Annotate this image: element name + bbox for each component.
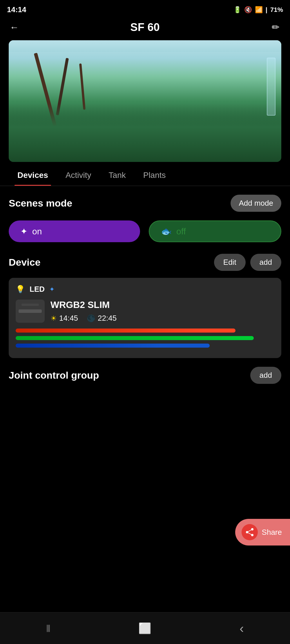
battery-icon: 🔋 — [233, 6, 241, 14]
status-time: 14:14 — [7, 5, 26, 14]
green-slider-track[interactable] — [16, 336, 254, 340]
content-area: Scenes mode Add mode ✦ on 🐟 off Device E… — [0, 186, 290, 401]
scene-off-label: off — [176, 227, 186, 236]
water-surface — [9, 40, 281, 52]
joint-control-title: Joint control group — [9, 370, 99, 381]
top-nav: ← SF 60 ✏ — [0, 17, 290, 40]
bottom-nav: ⦀ ⬜ ‹ — [0, 612, 290, 644]
red-slider-track[interactable] — [16, 329, 235, 333]
back-nav-icon: ‹ — [240, 621, 244, 636]
scene-buttons-row: ✦ on 🐟 off — [9, 220, 281, 242]
scene-off-icon: 🐟 — [161, 226, 172, 236]
tab-devices[interactable]: Devices — [9, 165, 57, 186]
device-thumb-inner — [19, 309, 42, 313]
device-section-title: Device — [9, 257, 41, 268]
share-icon — [242, 524, 258, 540]
sunset-icon: 🌑 — [87, 314, 95, 322]
driftwood-3 — [79, 63, 86, 110]
sunrise-icon: ☀ — [50, 314, 57, 322]
red-slider-row — [16, 329, 274, 333]
device-action-buttons: Edit add — [214, 254, 281, 271]
svg-line-3 — [247, 529, 252, 532]
blue-slider-row — [16, 344, 274, 348]
signal-icon: | — [266, 6, 267, 14]
equipment — [267, 58, 276, 116]
sunrise-time: ☀ 14:45 — [50, 314, 78, 323]
add-device-button[interactable]: add — [250, 254, 281, 271]
wifi-icon: 📶 — [255, 6, 263, 14]
bulb-icon: 💡 — [16, 285, 25, 294]
status-icons: 🔋 🔇 📶 | 71% — [233, 6, 283, 14]
device-thumbnail — [16, 300, 45, 323]
share-fab[interactable]: Share — [235, 519, 290, 546]
add-mode-button[interactable]: Add mode — [231, 195, 281, 212]
green-slider-row — [16, 336, 274, 340]
bluetooth-icon: ✦ — [49, 286, 55, 293]
tab-plants[interactable]: Plants — [135, 165, 175, 186]
scene-on-icon: ✦ — [20, 226, 28, 236]
nav-home[interactable]: ⬜ — [133, 620, 157, 637]
device-details: WRGB2 SLIM ☀ 14:45 🌑 22:45 — [50, 300, 274, 323]
aquarium-image — [9, 40, 281, 162]
back-button[interactable]: ← — [7, 20, 21, 34]
home-icon: ⬜ — [138, 622, 151, 634]
scene-on-label: on — [32, 227, 42, 236]
tab-activity[interactable]: Activity — [57, 165, 100, 186]
device-card: 💡 LED ✦ WRGB2 SLIM ☀ 14:45 🌑 22:45 — [9, 278, 281, 358]
nav-recents[interactable]: ⦀ — [37, 620, 60, 637]
recents-icon: ⦀ — [46, 622, 50, 634]
device-name: WRGB2 SLIM — [50, 300, 274, 310]
sunrise-time-value: 14:45 — [59, 314, 78, 323]
device-card-header: 💡 LED ✦ — [16, 285, 274, 294]
edit-button[interactable]: ✏ — [269, 20, 283, 34]
edit-device-button[interactable]: Edit — [214, 254, 246, 271]
status-bar: 14:14 🔋 🔇 📶 | 71% — [0, 0, 290, 17]
scenes-mode-title: Scenes mode — [9, 198, 72, 209]
add-joint-button[interactable]: add — [250, 367, 281, 384]
scenes-mode-header: Scenes mode Add mode — [9, 195, 281, 212]
sunset-time: 🌑 22:45 — [87, 314, 117, 323]
scene-on-button[interactable]: ✦ on — [9, 220, 140, 242]
device-times: ☀ 14:45 🌑 22:45 — [50, 314, 274, 323]
plant-layer — [9, 104, 281, 162]
tabs-container: Devices Activity Tank Plants — [0, 165, 290, 186]
blue-slider-track[interactable] — [16, 344, 210, 348]
battery-percent: 71% — [270, 6, 283, 14]
joint-control-section: Joint control group add — [9, 367, 281, 384]
share-label: Share — [262, 528, 282, 537]
joint-control-header: Joint control group add — [9, 367, 281, 384]
aquarium-image-container — [0, 40, 290, 162]
scene-off-button[interactable]: 🐟 off — [149, 220, 281, 242]
tab-tank[interactable]: Tank — [100, 165, 135, 186]
mute-icon: 🔇 — [244, 6, 252, 14]
color-sliders — [16, 329, 274, 348]
led-label: LED — [30, 285, 45, 294]
nav-back[interactable]: ‹ — [230, 620, 253, 637]
sunset-time-value: 22:45 — [98, 314, 117, 323]
svg-line-4 — [247, 532, 252, 535]
device-section-header: Device Edit add — [9, 254, 281, 271]
device-info-row: WRGB2 SLIM ☀ 14:45 🌑 22:45 — [16, 300, 274, 323]
page-title: SF 60 — [130, 21, 160, 34]
